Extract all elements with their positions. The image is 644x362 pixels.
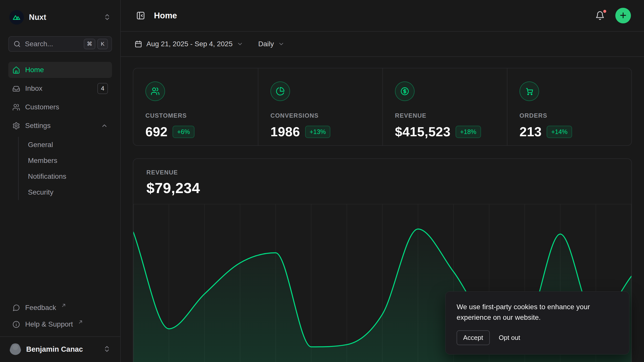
stat-label: REVENUE — [395, 112, 495, 119]
stat-revenue[interactable]: REVENUE $415,523 +18% — [382, 68, 507, 145]
notifications-button[interactable] — [594, 9, 606, 22]
stat-conversions[interactable]: CONVERSIONS 1986 +13% — [258, 68, 382, 145]
nuxt-logo-icon — [9, 10, 24, 25]
chevrons-updown-icon — [103, 345, 111, 353]
date-range-picker[interactable]: Aug 21, 2025 - Sep 4, 2025 — [134, 40, 243, 48]
app-root: Nuxt Search... ⌘ K — [0, 0, 644, 362]
sidebar-top: Nuxt Search... ⌘ K — [0, 0, 120, 202]
sidebar-item-notifications[interactable]: Notifications — [26, 168, 112, 184]
page-title: Home — [154, 11, 177, 20]
sidebar-item-label: Feedback — [25, 304, 56, 312]
stat-value: $415,523 — [395, 124, 451, 139]
stat-value: 1986 — [270, 124, 300, 139]
chevron-down-icon — [237, 41, 243, 47]
user-menu-button[interactable]: Benjamin Canac — [6, 341, 114, 357]
sidebar-item-feedback[interactable]: Feedback — [8, 300, 112, 316]
period-select[interactable]: Daily — [258, 40, 285, 48]
search-shortcut: ⌘ K — [84, 39, 108, 49]
sidebar-item-help-support[interactable]: Help & Support — [8, 316, 112, 332]
sidebar-item-home[interactable]: Home — [8, 62, 112, 78]
users-icon — [145, 81, 165, 101]
stat-label: CONVERSIONS — [270, 112, 370, 119]
external-link-icon — [78, 320, 83, 325]
stat-delta-badge: +6% — [173, 126, 194, 138]
panel-collapse-icon — [136, 11, 145, 20]
stat-label: CUSTOMERS — [145, 112, 246, 119]
sidebar-item-label: Inbox — [25, 84, 43, 93]
revenue-chart-value: $79,234 — [146, 179, 618, 196]
dollar-circle-icon — [395, 81, 415, 101]
cart-icon — [519, 81, 539, 101]
search-placeholder: Search... — [25, 40, 53, 48]
settings-sub-nav: General Members Notifications Security — [18, 137, 112, 200]
cookie-actions: Accept Opt out — [457, 330, 618, 345]
sidebar-footer: Feedback Help & Support — [0, 300, 120, 336]
filters-toolbar: Aug 21, 2025 - Sep 4, 2025 Daily — [121, 32, 644, 57]
cookie-message: We use first-party cookies to enhance yo… — [457, 302, 618, 323]
revenue-chart-label: REVENUE — [146, 169, 618, 176]
team-switcher[interactable]: Nuxt — [8, 9, 112, 26]
calendar-icon — [134, 40, 142, 48]
search-icon — [13, 40, 21, 48]
inbox-icon — [12, 85, 20, 93]
home-icon — [12, 66, 20, 74]
sidebar-item-security[interactable]: Security — [26, 184, 112, 200]
info-circle-icon — [12, 321, 20, 328]
add-button[interactable] — [615, 8, 631, 23]
collapse-sidebar-button[interactable] — [134, 9, 147, 22]
date-range-value: Aug 21, 2025 - Sep 4, 2025 — [146, 40, 233, 48]
inbox-count-badge: 4 — [97, 83, 108, 94]
chevron-up-icon — [101, 122, 108, 129]
users-icon — [12, 103, 20, 111]
sidebar-item-members[interactable]: Members — [26, 153, 112, 168]
accept-button[interactable]: Accept — [457, 330, 490, 345]
stat-orders[interactable]: ORDERS 213 +14% — [507, 68, 631, 145]
sidebar: Nuxt Search... ⌘ K — [0, 0, 121, 362]
stat-customers[interactable]: CUSTOMERS 692 +6% — [133, 68, 258, 145]
chevron-down-icon — [278, 41, 285, 47]
pie-chart-icon — [270, 81, 290, 101]
k-key: K — [97, 39, 108, 49]
sidebar-item-label: Customers — [25, 103, 59, 111]
stat-delta-badge: +18% — [456, 126, 481, 138]
header-left: Home — [134, 9, 177, 22]
search-input[interactable]: Search... ⌘ K — [8, 36, 112, 52]
team-name: Nuxt — [29, 13, 46, 22]
sidebar-user-section: Benjamin Canac — [0, 336, 120, 362]
sidebar-item-settings[interactable]: Settings — [8, 118, 112, 134]
opt-out-button[interactable]: Opt out — [499, 334, 520, 342]
sidebar-nav: Home Inbox 4 — [8, 62, 112, 202]
page-header: Home — [121, 0, 644, 32]
sidebar-item-general[interactable]: General — [26, 137, 112, 153]
sidebar-item-customers[interactable]: Customers — [8, 99, 112, 115]
stat-value: 213 — [519, 124, 542, 139]
stat-delta-badge: +13% — [305, 126, 331, 138]
sidebar-item-label: Settings — [25, 122, 51, 130]
revenue-chart-header: REVENUE $79,234 — [133, 159, 631, 204]
stats-card: CUSTOMERS 692 +6% CONVERSIONS 1986 — [133, 68, 632, 146]
user-name: Benjamin Canac — [26, 345, 83, 353]
chevrons-updown-icon — [103, 13, 111, 22]
speech-bubble-icon — [12, 304, 20, 312]
sidebar-item-inbox[interactable]: Inbox 4 — [8, 80, 112, 97]
notification-dot — [602, 9, 607, 14]
cookie-banner: We use first-party cookies to enhance yo… — [445, 291, 629, 354]
period-value: Daily — [258, 40, 274, 48]
avatar — [10, 343, 21, 355]
sidebar-item-label: Help & Support — [25, 320, 73, 328]
gear-icon — [12, 122, 20, 130]
header-right — [594, 8, 631, 23]
plus-icon — [619, 11, 627, 20]
command-key: ⌘ — [84, 39, 95, 49]
external-link-icon — [61, 303, 66, 308]
stat-delta-badge: +14% — [547, 126, 572, 138]
stat-label: ORDERS — [519, 112, 619, 119]
sidebar-item-label: Home — [25, 66, 44, 74]
stat-value: 692 — [145, 124, 168, 139]
